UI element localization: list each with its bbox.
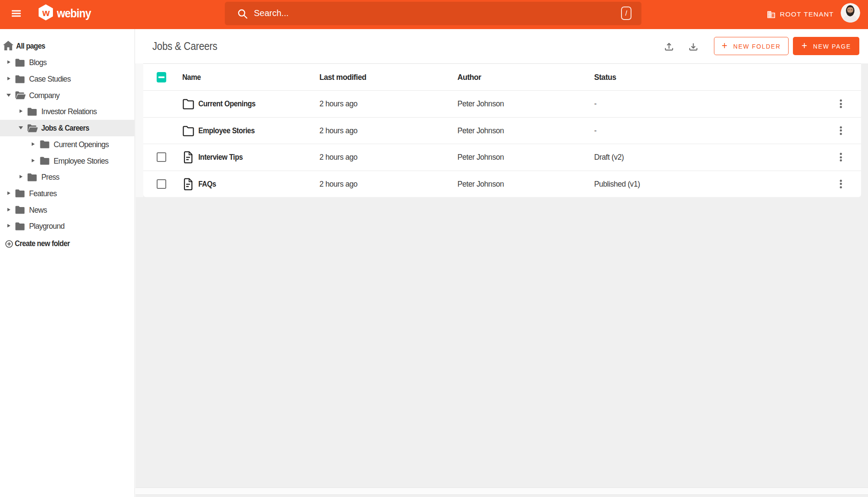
svg-text:w: w	[42, 7, 50, 18]
